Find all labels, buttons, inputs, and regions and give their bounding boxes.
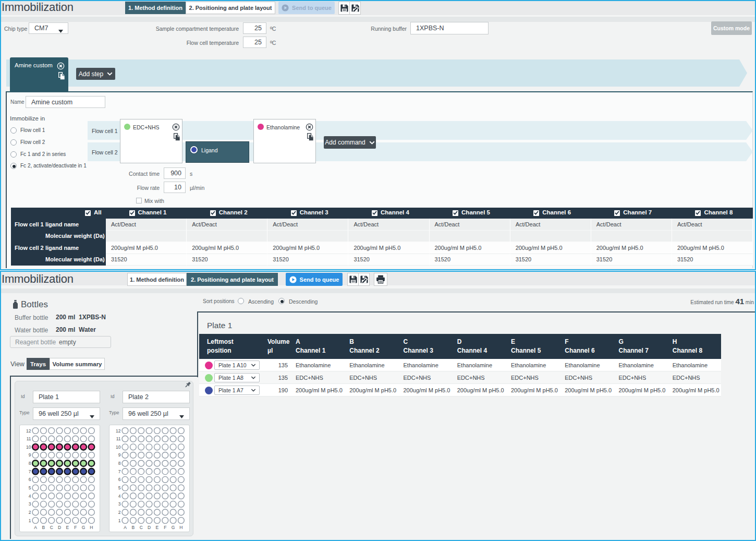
svg-text:2: 2 [118,510,121,515]
svg-text:D: D [58,525,61,530]
svg-text:12: 12 [26,428,31,434]
svg-text:E: E [66,525,69,530]
svg-text:9: 9 [118,452,121,458]
svg-text:B: B [42,525,45,530]
svg-text:10: 10 [26,444,31,450]
svg-text:B: B [132,525,135,530]
svg-text:6: 6 [29,477,31,482]
svg-text:10: 10 [116,444,121,450]
svg-text:3: 3 [118,501,121,507]
svg-text:2: 2 [29,510,31,515]
svg-text:4: 4 [29,494,31,499]
svg-text:C: C [140,525,143,530]
svg-text:A: A [34,525,37,530]
svg-text:F: F [74,525,77,530]
svg-text:H: H [179,525,182,530]
svg-text:G: G [82,525,86,530]
svg-text:F: F [164,525,166,530]
svg-text:D: D [148,525,151,530]
svg-text:E: E [156,525,159,530]
svg-text:1: 1 [29,518,31,523]
svg-text:9: 9 [29,452,31,458]
svg-text:G: G [172,525,175,530]
svg-text:1: 1 [118,518,121,523]
svg-text:8: 8 [118,461,121,466]
svg-text:7: 7 [118,469,121,474]
svg-text:8: 8 [29,461,31,466]
svg-text:4: 4 [118,494,121,499]
svg-text:3: 3 [29,501,31,507]
svg-text:5: 5 [29,485,31,490]
svg-text:11: 11 [27,436,31,441]
svg-text:12: 12 [116,428,121,434]
svg-text:H: H [90,525,93,530]
svg-text:6: 6 [118,477,121,482]
svg-text:7: 7 [29,469,31,474]
svg-text:11: 11 [116,436,121,441]
svg-text:A: A [124,525,127,530]
svg-text:C: C [50,525,53,530]
svg-text:5: 5 [118,485,121,490]
